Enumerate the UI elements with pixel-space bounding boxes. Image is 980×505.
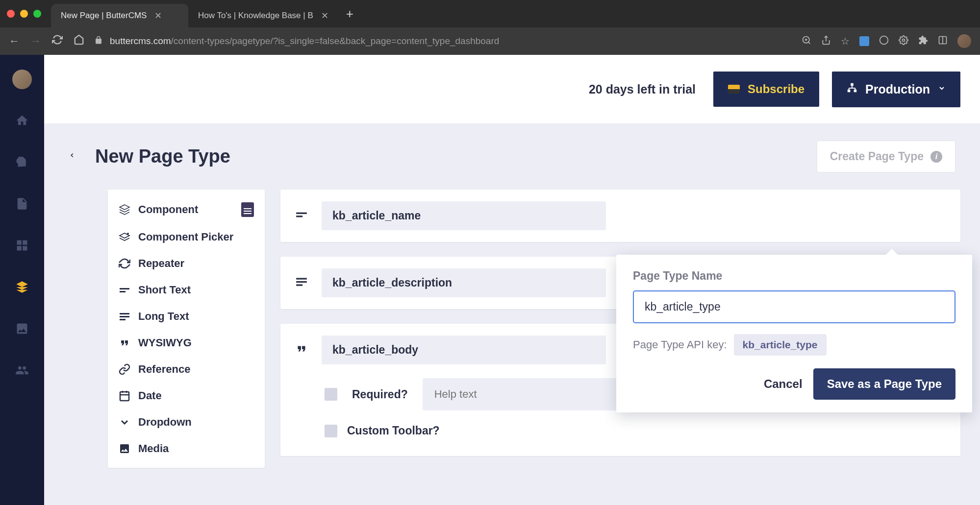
address-bar[interactable]: buttercms.com/content-types/pagetype/?is… [94,36,792,47]
field-type-label: Short Text [138,284,191,296]
extension-icon-2[interactable] [879,35,889,48]
svg-rect-9 [851,83,854,86]
tabs-icon[interactable] [938,35,948,48]
wysiwyg-icon [295,342,310,358]
subscribe-button[interactable]: Subscribe [713,72,819,107]
svg-rect-19 [120,291,126,292]
profile-avatar[interactable] [957,34,971,48]
page-type-name-input[interactable] [633,290,955,323]
lock-icon [94,36,103,47]
sitemap-icon [847,82,857,96]
field-type-short-text[interactable]: Short Text [108,277,265,303]
home-button[interactable] [74,34,84,48]
chevron-down-icon [938,84,946,94]
content-area: Component Component Picker Repeater [44,190,980,482]
field-type-label: WYSIWYG [138,337,192,349]
svg-rect-10 [848,90,851,93]
card-icon [728,85,740,94]
nav-media-icon[interactable] [15,322,29,339]
create-page-type-button[interactable]: Create Page Type i [817,141,955,172]
bookmark-icon[interactable]: ☆ [841,35,850,47]
save-page-type-button[interactable]: Save as a Page Type [813,368,955,400]
svg-rect-31 [296,284,302,286]
media-icon [119,443,130,455]
field-type-reference[interactable]: Reference [108,356,265,383]
field-type-media[interactable]: Media [108,435,265,462]
tab-close-icon[interactable]: ✕ [154,10,162,21]
field-type-repeater[interactable]: Repeater [108,250,265,277]
custom-toolbar-option: Custom Toolbar? [295,424,946,437]
required-checkbox[interactable] [325,388,337,401]
extension-icon-1[interactable] [859,36,869,46]
create-button-label: Create Page Type [830,150,924,163]
browser-tab[interactable]: How To's | Knowledge Base | B ✕ [188,4,338,27]
back-button[interactable]: ← [9,35,20,48]
field-row[interactable]: kb_article_name [280,190,960,242]
extensions-icon[interactable] [918,35,928,48]
nav-users-icon[interactable] [15,363,29,381]
forward-button[interactable]: → [30,35,41,48]
subscribe-label: Subscribe [748,82,804,96]
field-type-label: Date [138,389,162,402]
link-icon [119,363,130,375]
environment-selector[interactable]: Production [832,72,960,107]
browser-tab-active[interactable]: New Page | ButterCMS ✕ [51,4,188,27]
nav-content-types-icon[interactable] [15,280,29,297]
tab-close-icon[interactable]: ✕ [321,10,328,21]
zoom-icon[interactable] [802,35,811,48]
api-key-row: Page Type API key: kb_article_type [633,334,955,356]
nav-home-icon[interactable] [15,114,29,131]
field-type-dropdown[interactable]: Dropdown [108,409,265,435]
field-type-label: Reference [138,363,190,376]
svg-rect-22 [120,319,126,320]
app-container: 20 days left in trial Subscribe Producti… [0,55,980,505]
browser-actions: ☆ [802,34,971,48]
window-maximize-button[interactable] [33,10,41,18]
field-type-label: Repeater [138,257,184,270]
nav-blog-icon[interactable] [15,155,29,172]
field-type-component[interactable]: Component [108,195,265,224]
field-type-long-text[interactable]: Long Text [108,303,265,330]
reload-button[interactable] [52,34,63,48]
new-tab-button[interactable]: + [346,6,353,22]
short-text-icon [295,208,310,224]
user-avatar[interactable] [12,70,32,89]
back-link[interactable] [69,149,75,164]
window-minimize-button[interactable] [20,10,28,18]
custom-toolbar-label: Custom Toolbar? [347,424,440,437]
tab-title: New Page | ButterCMS [61,11,147,21]
window-close-button[interactable] [7,10,15,18]
svg-rect-21 [120,316,129,317]
main-content: 20 days left in trial Subscribe Producti… [44,55,980,505]
field-name[interactable]: kb_article_body [322,336,606,364]
svg-point-5 [880,36,888,44]
browser-toolbar: ← → buttercms.com/content-types/pagetype… [0,27,980,55]
svg-line-1 [808,42,810,44]
share-icon[interactable] [821,35,831,48]
svg-rect-27 [296,212,307,214]
field-types-panel: Component Component Picker Repeater [108,190,265,468]
trial-text: 20 days left in trial [589,82,696,96]
library-icon[interactable] [241,202,254,217]
url-text: buttercms.com/content-types/pagetype/?is… [110,36,499,47]
browser-titlebar: New Page | ButterCMS ✕ How To's | Knowle… [0,0,980,27]
nav-pages-icon[interactable] [15,197,29,214]
nav-collections-icon[interactable] [15,239,29,256]
svg-rect-20 [120,313,129,314]
info-icon: i [930,151,942,163]
dropdown-icon [119,416,130,428]
modal-actions: Cancel Save as a Page Type [633,368,955,400]
field-type-wysiwyg[interactable]: WYSIWYG [108,330,265,356]
field-type-component-picker[interactable]: Component Picker [108,224,265,250]
svg-rect-29 [296,278,307,279]
field-type-date[interactable]: Date [108,383,265,409]
field-name: kb_article_name [322,201,606,230]
help-text-input[interactable] [423,378,638,410]
window-controls [7,10,41,18]
fields-column: kb_article_name kb_article_description P… [280,190,960,468]
svg-rect-28 [296,216,302,217]
cancel-button[interactable]: Cancel [764,377,803,391]
page-type-name-modal: Page Type Name Page Type API key: kb_art… [616,255,972,412]
custom-toolbar-checkbox[interactable] [325,425,337,437]
settings-icon[interactable] [899,35,908,48]
